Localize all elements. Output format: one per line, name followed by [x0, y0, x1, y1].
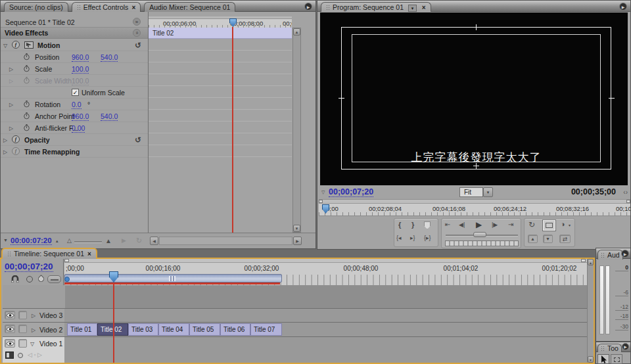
- panel-menu-icon[interactable]: ▶: [622, 343, 629, 350]
- effect-toggle-icon[interactable]: ƒ: [12, 135, 20, 143]
- zoom-out-icon[interactable]: ▴: [56, 239, 58, 244]
- track-visibility-toggle[interactable]: [5, 325, 15, 333]
- expand-triangle-icon[interactable]: ▷: [3, 137, 7, 143]
- track-lock-toggle[interactable]: [18, 339, 27, 348]
- timeline-ruler[interactable]: ;00;00 00;00;16;00 00;00;32;00 00;00;48;…: [64, 259, 587, 285]
- play-icon[interactable]: ▶: [476, 220, 482, 229]
- track-video1-lane[interactable]: [64, 337, 587, 363]
- anchor-x-value[interactable]: 960.0: [72, 112, 89, 121]
- output-caret-icon[interactable]: ▾: [569, 223, 571, 227]
- selection-tool-button[interactable]: [597, 354, 609, 364]
- goto-out-point-icon[interactable]: ▸}: [410, 235, 415, 241]
- tab-tools[interactable]: Too: [597, 344, 622, 352]
- position-y-value[interactable]: 540.0: [101, 53, 118, 62]
- clip-title-05[interactable]: Title 05: [189, 323, 220, 336]
- zoom-level-select[interactable]: Fit: [459, 187, 483, 197]
- loop-icon[interactable]: ↻: [528, 220, 535, 229]
- collapse-section-icon[interactable]: »: [133, 29, 141, 37]
- view-bar-left-handle[interactable]: [319, 200, 323, 203]
- uniform-scale-checkbox[interactable]: ✓: [72, 89, 79, 96]
- track-visibility-toggle[interactable]: [5, 339, 15, 348]
- tab-audio-meters[interactable]: Aud: [597, 250, 623, 260]
- zoom-slider-thumb[interactable]: △: [67, 237, 72, 244]
- expand-triangle-icon[interactable]: ▷: [32, 327, 35, 333]
- track-name[interactable]: Video 2: [39, 326, 62, 334]
- set-out-point-icon[interactable]: }: [411, 221, 414, 229]
- keyframe-toggle-icon[interactable]: [18, 353, 23, 358]
- show-hide-timeline-icon[interactable]: »: [133, 18, 141, 26]
- reset-icon[interactable]: ↺: [135, 41, 141, 50]
- collapse-triangle-icon[interactable]: ▽: [3, 43, 7, 49]
- scroll-left-icon[interactable]: ◀: [150, 237, 158, 245]
- anti-flicker-value[interactable]: 0.00: [72, 124, 85, 133]
- track-visibility-toggle[interactable]: [5, 311, 15, 319]
- right-center-handle[interactable]: [609, 98, 615, 99]
- encore-chapter-marker-icon[interactable]: [26, 276, 33, 283]
- stopwatch-icon[interactable]: [24, 124, 30, 131]
- goto-next-edit-icon[interactable]: ⇥: [508, 221, 513, 228]
- zoom-select-arrow-icon[interactable]: ▼: [483, 187, 493, 197]
- ec-view-area-bar[interactable]: [149, 16, 292, 19]
- unnumbered-marker-icon[interactable]: [37, 275, 45, 283]
- reset-icon[interactable]: ↺: [135, 135, 141, 145]
- tab-audio-mixer[interactable]: Audio Mixer: Sequence 01: [144, 2, 235, 12]
- timeline-view-area-bar[interactable]: [64, 259, 587, 263]
- panel-menu-icon[interactable]: ▶: [619, 3, 627, 11]
- snap-icon[interactable]: [11, 275, 20, 283]
- panel-menu-icon[interactable]: ▶: [621, 250, 629, 258]
- set-display-style-icon[interactable]: [5, 352, 14, 359]
- program-ruler[interactable]: 00;00 00;02;08;04 00;04;16;08 00;06;24;1…: [319, 199, 630, 216]
- anchor-y-value[interactable]: 540.0: [101, 112, 118, 121]
- ec-vertical-scrollbar[interactable]: ▲ ▼: [292, 28, 301, 233]
- jog-disk[interactable]: [445, 240, 519, 246]
- clip-title-01[interactable]: Title 01: [67, 323, 97, 336]
- expand-triangle-icon[interactable]: ▷: [9, 125, 13, 131]
- play-in-to-out-icon[interactable]: {▸}: [424, 235, 431, 241]
- view-bar-right-handle[interactable]: [581, 259, 586, 262]
- ec-row-time-remapping[interactable]: ▷ ƒ Time Remapping: [1, 146, 148, 158]
- loop-icon[interactable]: ↻: [136, 237, 142, 245]
- clip-title-06[interactable]: Title 06: [220, 323, 250, 336]
- zoom-slider-track[interactable]: [74, 241, 102, 242]
- scale-value[interactable]: 100.0: [72, 65, 89, 74]
- expand-triangle-icon[interactable]: ▷: [3, 149, 7, 155]
- ec-mini-ruler[interactable]: 00;00;06;00 00;00;08;00 00;00: [149, 16, 292, 28]
- collapse-triangle-icon[interactable]: ▽: [30, 341, 34, 347]
- tab-program[interactable]: Program: Sequence 01 ▼ ×: [321, 2, 431, 12]
- set-in-point-icon[interactable]: {: [398, 221, 401, 229]
- expand-triangle-icon[interactable]: ▷: [9, 102, 13, 108]
- scroll-right-icon[interactable]: ▶: [293, 237, 302, 245]
- track-lock-toggle[interactable]: [18, 325, 27, 333]
- chevron-down-icon[interactable]: ▼: [3, 238, 8, 242]
- work-area-grip[interactable]: [169, 276, 175, 281]
- scroll-down-icon[interactable]: ▼: [588, 356, 594, 363]
- goto-previous-edit-icon[interactable]: ⇤: [445, 221, 450, 228]
- play-audio-icon[interactable]: ▶: [122, 237, 126, 244]
- timeline-vertical-scrollbar[interactable]: ▲ ▼: [587, 259, 594, 363]
- ec-current-timecode[interactable]: 00:00:07:20: [11, 237, 52, 245]
- lift-button[interactable]: ▲: [528, 235, 538, 243]
- step-back-icon[interactable]: ◀|: [459, 221, 465, 228]
- timeline-current-timecode[interactable]: 00;00;07;20: [5, 262, 53, 272]
- ec-section-header[interactable]: Video Effects »: [1, 28, 148, 39]
- program-view-area-bar[interactable]: [319, 200, 630, 204]
- top-center-handle[interactable]: [476, 24, 477, 30]
- monitor-menu-icon[interactable]: ▼: [408, 5, 417, 12]
- ec-row-motion[interactable]: ▽ ƒ Motion ↺: [1, 39, 148, 51]
- tab-timeline[interactable]: Timeline: Sequence 01×: [1, 248, 97, 259]
- track-select-tool-button[interactable]: [611, 354, 622, 364]
- close-icon[interactable]: ×: [87, 250, 91, 258]
- stopwatch-icon[interactable]: [24, 112, 30, 120]
- effect-toggle-icon[interactable]: ƒ: [12, 41, 20, 49]
- marker-menu-button[interactable]: [47, 275, 61, 283]
- shuttle-slider-thumb[interactable]: [473, 232, 486, 237]
- left-center-handle[interactable]: [339, 98, 344, 99]
- expand-triangle-icon[interactable]: ▷: [9, 66, 13, 72]
- tab-source[interactable]: Source: (no clips): [4, 2, 68, 12]
- program-video-area[interactable]: 上完字幕後發現字太大了: [320, 12, 628, 185]
- stopwatch-icon[interactable]: [24, 101, 30, 108]
- close-icon[interactable]: ×: [422, 4, 426, 11]
- panel-menu-icon[interactable]: ▶: [304, 3, 312, 11]
- keyframe-nav-icons[interactable]: ◁ ◦ ▷: [28, 352, 42, 358]
- ec-clip-lane[interactable]: Title 02: [149, 28, 292, 39]
